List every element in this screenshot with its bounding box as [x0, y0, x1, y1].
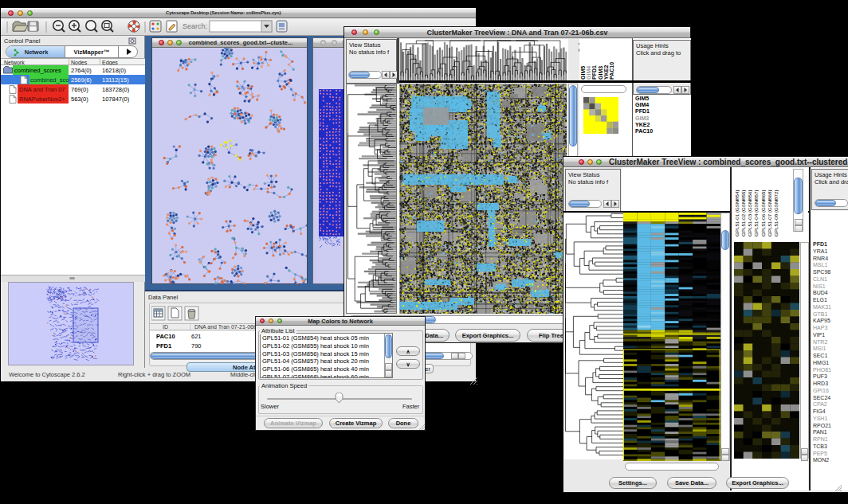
svg-text:GPL51-03 (GSM856): GPL51-03 (GSM856)	[747, 190, 752, 236]
svg-text:GIM4: GIM4	[586, 66, 591, 80]
svg-text:PAC10: PAC10	[609, 62, 614, 80]
svg-text:GIM3: GIM3	[598, 66, 603, 80]
svg-text:GPL51-04 (GSM857): GPL51-04 (GSM857)	[753, 190, 759, 236]
svg-text:GIM5: GIM5	[580, 66, 586, 80]
svg-text:GPL51-02 (GSM855): GPL51-02 (GSM855)	[740, 190, 746, 236]
svg-text:YKE2: YKE2	[603, 65, 609, 80]
svg-text:GPL51-01 (GSM854): GPL51-01 (GSM854)	[734, 190, 740, 236]
svg-text:GPL51-08 (GSM872): GPL51-08 (GSM872)	[773, 190, 779, 236]
svg-text:PFD1: PFD1	[591, 65, 597, 80]
svg-text:Search:: Search:	[183, 22, 207, 30]
svg-text:GPL51-07 (GSM868): GPL51-07 (GSM868)	[767, 190, 772, 236]
svg-text:GPL51-06 (GSM865): GPL51-06 (GSM865)	[760, 190, 766, 236]
